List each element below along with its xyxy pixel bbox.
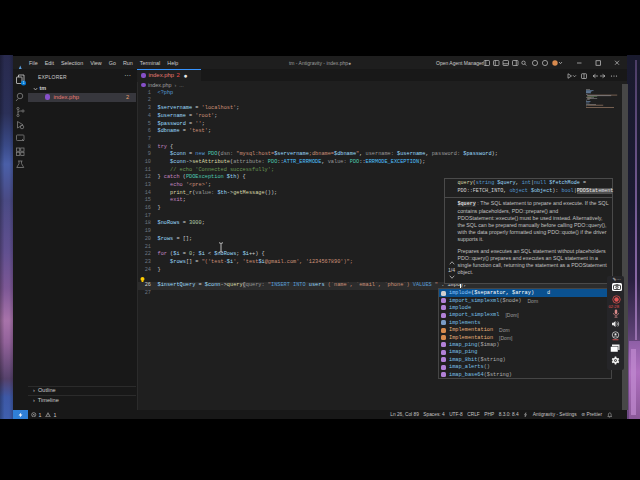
svg-text:1: 1 [23,81,25,85]
